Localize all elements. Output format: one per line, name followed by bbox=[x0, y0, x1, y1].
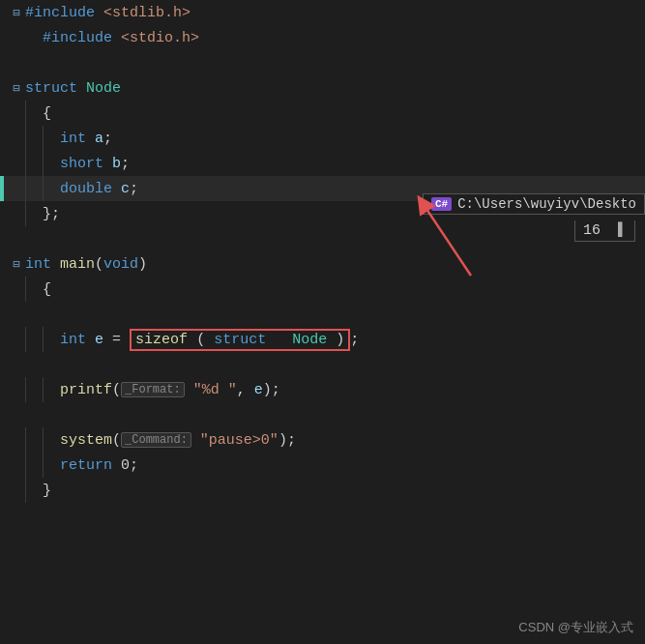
terminal-tooltip: C# C:\Users\wuyiyv\Deskto bbox=[423, 193, 645, 215]
line-return: return 0 ; bbox=[0, 453, 645, 478]
line-sizeof: int e = sizeof ( struct Node ) ; bbox=[0, 327, 645, 352]
include-stdlib: <stdlib.h> bbox=[103, 5, 191, 21]
kw-int-e: int bbox=[60, 332, 86, 348]
var-e: e bbox=[95, 332, 103, 348]
fn-printf: printf bbox=[60, 382, 112, 398]
terminal-output: 16 ▌ bbox=[574, 220, 635, 242]
line-brace-open: { bbox=[0, 101, 645, 126]
arg-e: e bbox=[254, 382, 263, 398]
line-main-close: } bbox=[0, 478, 645, 503]
kw-int-a: int bbox=[60, 131, 86, 147]
line-int-a: int a ; bbox=[0, 126, 645, 151]
kw-int-main: int bbox=[25, 256, 51, 273]
kw-void: void bbox=[103, 256, 138, 273]
var-c: c bbox=[121, 181, 130, 197]
fn-system: system bbox=[60, 432, 112, 449]
tooltip-path: C:\Users\wuyiyv\Deskto bbox=[457, 196, 636, 212]
var-b: b bbox=[112, 156, 121, 172]
cs-icon: C# bbox=[431, 197, 452, 211]
line-system: system ( _Command: "pause>0" ); bbox=[0, 427, 645, 453]
green-bar bbox=[0, 176, 4, 201]
type-node: Node bbox=[86, 80, 121, 97]
line-short-b: short b ; bbox=[0, 151, 645, 176]
line-struct: ⊟ struct Node bbox=[0, 75, 645, 101]
empty-line-4 bbox=[0, 352, 645, 377]
line-main-brace-open: { bbox=[0, 277, 645, 302]
csdn-watermark: CSDN @专业嵌入式 bbox=[518, 619, 633, 636]
line-printf: printf ( _Format: "%d " , e ); bbox=[0, 377, 645, 402]
line-main: ⊟ int main ( void ) bbox=[0, 251, 645, 277]
sizeof-highlight: sizeof ( struct Node ) bbox=[130, 329, 350, 351]
fn-main: main bbox=[60, 256, 95, 273]
kw-return: return bbox=[60, 457, 112, 474]
include-stdio: <stdio.h> bbox=[121, 30, 199, 46]
kw-short: short bbox=[60, 156, 103, 172]
param-format: _Format: bbox=[121, 382, 185, 397]
fold-icon-1[interactable]: ⊟ bbox=[13, 6, 19, 20]
str-format: "%d " bbox=[193, 382, 237, 398]
line-2: #include <stdio.h> bbox=[0, 25, 645, 50]
kw-struct: struct bbox=[25, 80, 77, 97]
var-a: a bbox=[95, 131, 103, 147]
empty-line-1 bbox=[0, 50, 645, 75]
empty-line-2 bbox=[0, 226, 645, 251]
fold-icon-main[interactable]: ⊟ bbox=[13, 257, 19, 272]
kw-double: double bbox=[60, 181, 112, 197]
brace-close-semi: }; bbox=[43, 206, 60, 222]
empty-line-5 bbox=[0, 402, 645, 427]
brace-open: { bbox=[43, 105, 51, 122]
fn-sizeof: sizeof bbox=[135, 332, 188, 348]
code-editor: ⊟ #include <stdlib.h> #include <stdio.h>… bbox=[0, 0, 645, 644]
type-node-2: Node bbox=[292, 332, 327, 348]
keyword-include-1: #include bbox=[25, 5, 95, 21]
keyword-include-2: #include bbox=[25, 30, 112, 46]
str-pause: "pause>0" bbox=[200, 432, 279, 449]
param-command: _Command: bbox=[121, 432, 191, 448]
kw-struct-node: struct bbox=[214, 332, 266, 348]
return-val: 0 bbox=[121, 457, 130, 474]
empty-line-3 bbox=[0, 302, 645, 327]
line-1: ⊟ #include <stdlib.h> bbox=[0, 0, 645, 25]
fold-icon-struct[interactable]: ⊟ bbox=[13, 81, 19, 96]
